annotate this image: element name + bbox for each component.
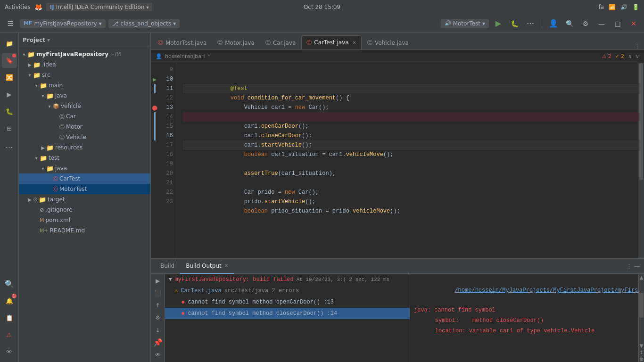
close-button[interactable]: ✕ [627,17,640,30]
scroll-thumb[interactable] [639,293,644,317]
prev-error-btn[interactable]: ↑ [151,300,165,311]
tree-item-motor[interactable]: Ⓒ Motor [19,122,150,132]
next-issue-btn[interactable]: ∨ [636,53,639,59]
editor-scrollbar[interactable] [638,63,644,258]
build-output-close[interactable]: ✕ [224,263,228,268]
settings-build-btn[interactable]: ⚙ [151,313,165,323]
tab-cartest[interactable]: Ⓒ CarTest.java ✕ [301,35,362,49]
scroll-track [639,280,644,342]
app-switcher[interactable]: IJ IntelliJ IDEA Community Edition ▾ [46,3,153,11]
minimize-button[interactable]: — [595,17,608,30]
tree-item-resources[interactable]: ▶ 📁 resources [19,142,150,153]
activities-label[interactable]: Activities [5,4,31,10]
build-error-1[interactable]: ● cannot find symbol method openCarDoor(… [165,296,410,308]
structure-btn[interactable]: ⊞ [2,121,17,136]
tree-item-vehicle-class[interactable]: Ⓒ Vehicle [19,132,150,142]
more-run-options[interactable]: ⋯ [524,17,537,30]
project-view-btn[interactable]: 📁 [2,36,17,51]
run-config-selector[interactable]: 🔊 MotorTest ▾ [441,19,489,28]
scroll-up-btn[interactable]: ▲ [639,274,644,280]
search-everywhere-icon[interactable]: 🔍 [563,17,576,30]
md-icon: M+ [40,228,49,234]
inspect-btn[interactable]: 👁 [2,344,17,359]
build-error-2[interactable]: ● cannot find symbol method closeCarDoor… [165,308,410,319]
tree-item-cartest[interactable]: Ⓒ CarTest [19,173,150,184]
tab-motor[interactable]: Ⓒ Motor.java [212,35,260,49]
problems-btn[interactable]: ⚠ [2,327,17,342]
debug-tool-btn[interactable]: 🐛 [2,104,17,119]
tab-build-output[interactable]: Build Output ✕ [180,259,234,274]
tree-item-src[interactable]: ▾ 📁 src [19,70,150,80]
left-icon-bar: 📁 🔖 🔀 ▶ 🐛 ⊞ … 🔍 🔔 1 📋 ⚠ 👁 [0,33,19,362]
tab-car-icon: Ⓒ [265,39,271,46]
build-output-list: ▼ myFirstJavaRepository: build failed At… [165,274,410,362]
clear-btn[interactable]: 🗑 [639,355,644,362]
scroll-to-end-btn[interactable]: ↓ [151,325,165,336]
tab-vehicle[interactable]: Ⓒ Vehicle.java [362,35,414,49]
scroll-down-btn[interactable]: ▼ [639,342,644,349]
tab-car[interactable]: Ⓒ Car.java [260,35,301,49]
project-header: Project ▾ [19,33,150,47]
error-dot-1: ● [181,297,185,307]
code-editor[interactable]: @Test void condition_for_car_movement() … [177,63,638,258]
rerun-btn[interactable]: ▶ [151,276,165,286]
tab-cartest-close[interactable]: ✕ [353,40,356,45]
code-line-10: void condition_for_car_movement() { [183,84,638,93]
panel-minimize-btn[interactable]: — [634,263,640,270]
panel-options-btn[interactable]: ⋮ [626,263,632,270]
notifications-btn[interactable]: 🔔 1 [2,293,17,308]
run-gutter-icon[interactable]: ▶ [153,77,157,82]
run-tool-btn[interactable]: ▶ [2,87,17,102]
stop-btn[interactable]: ⬛ [151,288,165,298]
debug-button[interactable]: 🐛 [508,17,521,30]
app-icon: IJ [50,4,54,10]
build-file-item[interactable]: ⚠ CarTest.java src/test/java 2 errors [165,285,410,296]
tree-item-main[interactable]: ▾ 📁 main [19,80,150,90]
modified-star: * [208,53,211,59]
dropdown-arrow: ▾ [146,5,149,10]
editor-scroll-thumb[interactable] [639,63,643,180]
tree-item-target[interactable]: ▶ ⊘ 📁 target [19,194,150,205]
build-error-location: location: variable car1 of type vehicle.… [412,326,636,336]
tree-item-pomxml[interactable]: M pom.xml [19,215,150,225]
tree-item-readme[interactable]: M+ README.md [19,225,150,236]
watch-btn[interactable]: 👁 [151,350,165,360]
tree-item-car[interactable]: Ⓒ Car [19,111,150,122]
tree-item-root[interactable]: ▾ 📁 myFirstJavaRepository ~/M [19,49,150,59]
branch-selector[interactable]: ⎇ class_and_objects ▾ [108,19,180,28]
commit-btn[interactable]: 🔖 [2,53,17,68]
tree-item-vehicle-folder[interactable]: ▾ 📦 vehicle [19,101,150,111]
hamburger-icon[interactable]: ☰ [4,17,17,30]
project-dropdown-icon: ▾ [99,20,102,27]
maximize-button[interactable]: □ [611,17,624,30]
tab-motortest[interactable]: Ⓒ MotorTest.java [153,35,212,49]
file-path-link[interactable]: /home/hossein/MyJavaProjects/MyFirstJava… [454,287,638,294]
project-dropdown-chevron[interactable]: ▾ [47,37,50,43]
bottom-content: ▶ ⬛ ↑ ⚙ ↓ 📌 👁 ▼ myFirstJavaRepository: b… [151,274,644,362]
tabs-more-btn[interactable]: ⋮ [630,42,644,49]
pin-btn[interactable]: 📌 [151,337,165,348]
project-selector[interactable]: MF myFirstJavaRepository ▾ [20,19,106,28]
tree-item-java-test[interactable]: ▾ 📁 java [19,163,150,173]
prev-issue-btn[interactable]: ∧ [628,53,632,59]
tree-item-idea[interactable]: ▶ 📁 .idea [19,59,150,70]
author-icon: 👤 [156,53,162,59]
tree-item-motortest[interactable]: Ⓒ MotorTest [19,184,150,194]
tab-build[interactable]: Build [155,259,180,274]
bottom-right-scrollbar[interactable]: ▲ ▼ ↕ 🗑 [638,274,644,362]
more-tools-btn[interactable]: … [2,138,17,153]
search-btn[interactable]: 🔍 [2,276,17,291]
tree-item-java-main[interactable]: ▾ 📁 java [19,90,150,101]
account-icon[interactable]: 👤 [547,17,560,30]
pull-request-btn[interactable]: 🔀 [2,70,17,85]
build-header-item[interactable]: ▼ myFirstJavaRepository: build failed At… [165,274,410,285]
error-gutter-13: ● [152,103,157,112]
git-log-btn[interactable]: 📋 [2,310,17,325]
code-line-13: car1.openCarDoor(); [183,112,638,122]
fit-content-btn[interactable]: ↕ [639,349,644,355]
settings-icon[interactable]: ⚙ [579,17,592,30]
tree-item-gitignore[interactable]: ⊘ .gitignore [19,205,150,215]
run-config-name: MotorTest [453,20,480,27]
run-button[interactable]: ▶ [492,17,505,30]
tree-item-test[interactable]: ▾ 📁 test [19,153,150,163]
